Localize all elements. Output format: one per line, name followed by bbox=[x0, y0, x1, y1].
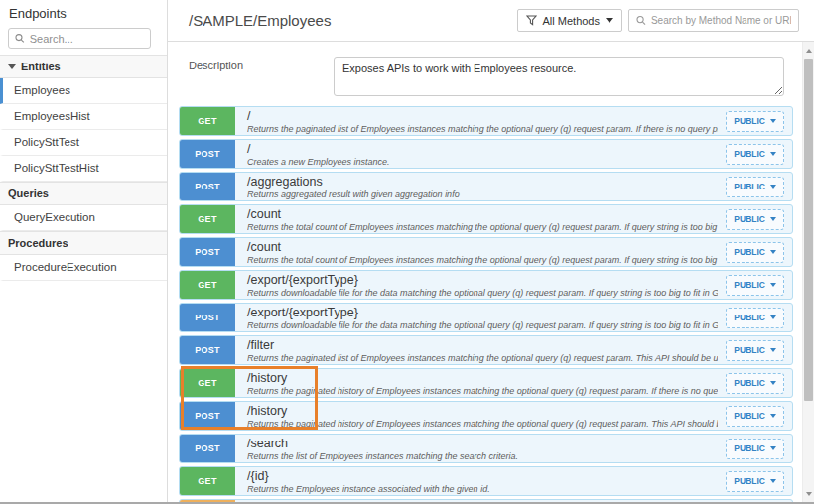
endpoint-path: /search bbox=[247, 437, 718, 451]
triangle-up-icon bbox=[806, 49, 812, 53]
caret-down-icon bbox=[770, 348, 776, 352]
access-dropdown[interactable]: PUBLIC bbox=[726, 373, 784, 394]
endpoint-row[interactable]: POST /filter Returns the paginated list … bbox=[179, 335, 793, 365]
endpoint-info: / Creates a new Employees instance. bbox=[235, 140, 726, 168]
sidebar-section-label: Procedures bbox=[8, 237, 68, 249]
endpoint-row[interactable]: PUT bbox=[179, 499, 793, 502]
access-dropdown[interactable]: PUBLIC bbox=[726, 111, 784, 132]
access-dropdown[interactable]: PUBLIC bbox=[726, 209, 784, 230]
method-search-input[interactable] bbox=[651, 15, 791, 26]
sidebar-item-policystttesthist[interactable]: PolicySttTestHist bbox=[0, 156, 167, 182]
scroll-up-arrow[interactable] bbox=[803, 44, 814, 57]
endpoint-row[interactable]: POST /search Returns the list of Employe… bbox=[179, 434, 793, 463]
sidebar-section-label: Queries bbox=[8, 188, 49, 199]
main-body: Description Exposes APIs to work with Em… bbox=[168, 42, 814, 502]
endpoint-description: Returns the paginated list of Employees … bbox=[247, 124, 718, 135]
access-label: PUBLIC bbox=[734, 116, 765, 126]
endpoint-description: Returns the Employees instance associate… bbox=[247, 484, 718, 495]
main-header: /SAMPLE/Employees All Methods bbox=[168, 0, 814, 42]
access-label: PUBLIC bbox=[734, 443, 765, 453]
endpoint-list: GET / Returns the paginated list of Empl… bbox=[179, 106, 793, 502]
caret-down-icon bbox=[770, 152, 776, 156]
endpoint-row[interactable]: POST /export/{exportType} Returns downlo… bbox=[179, 303, 793, 332]
endpoint-description: Returns downloadable file for the data m… bbox=[247, 320, 718, 331]
caret-down-icon bbox=[770, 315, 776, 319]
endpoint-info bbox=[235, 500, 757, 502]
main-panel: /SAMPLE/Employees All Methods Descriptio… bbox=[168, 0, 814, 502]
access-dropdown[interactable]: PUBLIC bbox=[726, 177, 784, 197]
access-dropdown[interactable]: PUBLIC bbox=[726, 308, 784, 328]
method-search[interactable] bbox=[628, 9, 799, 32]
caret-down-icon bbox=[770, 250, 776, 254]
access-label: PUBLIC bbox=[734, 476, 765, 486]
access-label: PUBLIC bbox=[734, 214, 765, 224]
endpoint-row[interactable]: POST /count Returns the total count of E… bbox=[179, 237, 793, 267]
sidebar-search-input[interactable] bbox=[30, 33, 144, 45]
endpoint-path: /export/{exportType} bbox=[247, 273, 718, 288]
endpoint-row[interactable]: GET /history Returns the paginated histo… bbox=[179, 368, 793, 398]
triangle-down-icon bbox=[806, 492, 812, 496]
endpoint-row[interactable]: POST /history Returns the paginated hist… bbox=[179, 401, 793, 431]
endpoint-path: /filter bbox=[247, 338, 718, 353]
access-dropdown[interactable]: PUBLIC bbox=[726, 471, 784, 492]
api-designer-page: Endpoints Entities Employees EmployeesHi… bbox=[0, 0, 814, 504]
method-badge: PUT bbox=[180, 500, 235, 502]
endpoint-path: /history bbox=[247, 404, 718, 419]
endpoint-path: /export/{exportType} bbox=[247, 306, 718, 320]
access-label: PUBLIC bbox=[734, 149, 765, 159]
scrollbar-thumb[interactable] bbox=[804, 59, 813, 401]
method-badge: GET bbox=[180, 467, 235, 495]
sidebar-section-procedures: Procedures ProcedureExecution bbox=[0, 231, 167, 281]
access-dropdown[interactable]: PUBLIC bbox=[726, 242, 784, 263]
sidebar-title: Endpoints bbox=[0, 0, 167, 26]
endpoint-info: /export/{exportType} Returns downloadabl… bbox=[235, 271, 726, 299]
filter-funnel-icon bbox=[526, 15, 537, 26]
access-dropdown[interactable]: PUBLIC bbox=[726, 340, 784, 361]
endpoint-path: / bbox=[247, 109, 718, 124]
sidebar-item-policystttest[interactable]: PolicySttTest bbox=[0, 130, 167, 156]
sidebar-section-header[interactable]: Procedures bbox=[0, 231, 167, 255]
sidebar-section-header[interactable]: Entities bbox=[0, 55, 167, 78]
sidebar-item-queryexecution[interactable]: QueryExecution bbox=[0, 205, 167, 231]
caret-down-icon bbox=[606, 18, 613, 23]
caret-down-icon bbox=[770, 217, 776, 221]
caret-down-icon bbox=[770, 479, 776, 483]
endpoint-description: Returns the list of Employees instances … bbox=[247, 451, 718, 462]
endpoint-info: /filter Returns the paginated list of Em… bbox=[235, 336, 726, 364]
access-dropdown[interactable]: PUBLIC bbox=[726, 406, 784, 427]
method-badge: POST bbox=[180, 238, 235, 266]
endpoint-description: Creates a new Employees instance. bbox=[247, 157, 718, 168]
sidebar-item-employeeshist[interactable]: EmployeesHist bbox=[0, 104, 167, 130]
sidebar-item-procedureexecution[interactable]: ProcedureExecution bbox=[0, 255, 167, 281]
endpoint-description: Returns the paginated history of Employe… bbox=[247, 419, 718, 430]
method-badge: GET bbox=[180, 107, 235, 135]
endpoint-row[interactable]: GET / Returns the paginated list of Empl… bbox=[179, 106, 793, 136]
search-icon bbox=[15, 33, 25, 44]
chevron-down-icon bbox=[8, 64, 16, 69]
access-dropdown[interactable]: PUBLIC bbox=[726, 275, 784, 296]
access-dropdown[interactable]: PUBLIC bbox=[726, 439, 784, 459]
endpoint-row[interactable]: GET /count Returns the total count of Em… bbox=[179, 204, 793, 234]
endpoints-sidebar: Endpoints Entities Employees EmployeesHi… bbox=[0, 0, 168, 502]
endpoint-row[interactable]: GET /{id} Returns the Employees instance… bbox=[179, 466, 793, 496]
access-dropdown[interactable]: PUBLIC bbox=[726, 144, 784, 165]
method-badge: GET bbox=[180, 271, 235, 299]
caret-down-icon bbox=[770, 283, 776, 287]
endpoint-row[interactable]: POST / Creates a new Employees instance.… bbox=[179, 139, 793, 169]
vertical-scrollbar[interactable] bbox=[802, 42, 814, 502]
sidebar-section-header[interactable]: Queries bbox=[0, 182, 167, 205]
description-textarea[interactable]: Exposes APIs to work with Employees reso… bbox=[334, 57, 784, 96]
method-badge: POST bbox=[180, 304, 235, 331]
method-badge: POST bbox=[180, 336, 235, 364]
endpoint-row[interactable]: GET /export/{exportType} Returns downloa… bbox=[179, 270, 793, 300]
scroll-down-arrow[interactable] bbox=[803, 487, 814, 500]
search-icon bbox=[636, 15, 646, 26]
sidebar-item-employees[interactable]: Employees bbox=[0, 78, 167, 104]
access-label: PUBLIC bbox=[734, 280, 765, 290]
sidebar-search[interactable] bbox=[8, 28, 151, 49]
access-label: PUBLIC bbox=[734, 247, 765, 257]
method-badge: POST bbox=[180, 173, 235, 200]
method-filter-dropdown[interactable]: All Methods bbox=[517, 9, 622, 32]
method-filter-label: All Methods bbox=[543, 15, 600, 27]
endpoint-row[interactable]: POST /aggregations Returns aggregated re… bbox=[179, 172, 793, 201]
